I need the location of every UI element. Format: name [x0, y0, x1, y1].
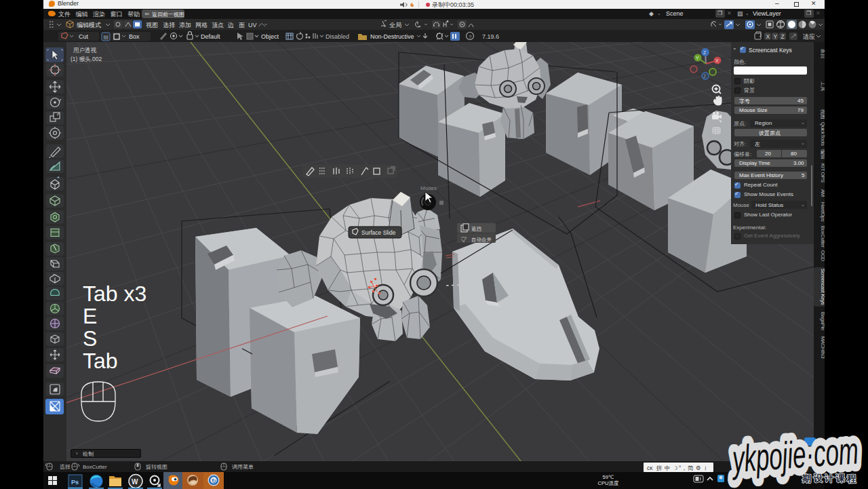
svg-text:适应: 适应 — [803, 33, 815, 40]
svg-text:Z: Z — [703, 50, 707, 55]
svg-text:Non-Destructive: Non-Destructive — [370, 33, 414, 40]
svg-text:Y: Y — [696, 56, 699, 60]
svg-text:AM: AM — [820, 189, 825, 197]
svg-text:Modes: Modes — [420, 185, 437, 191]
svg-text:ykpojie·com: ykpojie·com — [729, 429, 859, 480]
svg-text:QuickTools: QuickTools — [820, 122, 825, 146]
svg-text:旋转视图: 旋转视图 — [146, 464, 167, 470]
svg-text:Cut: Cut — [79, 33, 89, 40]
svg-text:UV: UV — [248, 22, 257, 28]
svg-text:Screencast Keys: Screencast Keys — [820, 269, 825, 305]
svg-text:(1) 猴头.002: (1) 猴头.002 — [71, 56, 102, 62]
svg-text:BoxCutter: BoxCutter — [83, 464, 107, 470]
svg-text:视图: 视图 — [146, 22, 158, 28]
svg-text:X: X — [766, 33, 770, 40]
svg-text:Box: Box — [129, 33, 140, 40]
svg-text:编辑: 编辑 — [820, 149, 825, 159]
svg-text:X: X — [715, 58, 719, 63]
svg-text:BoxCutter: BoxCutter — [820, 226, 825, 248]
svg-text:E: E — [83, 304, 97, 328]
svg-text:面: 面 — [239, 22, 245, 28]
svg-text:Tab: Tab — [83, 349, 118, 373]
svg-text:选择: 选择 — [163, 22, 175, 28]
svg-text:Default: Default — [201, 33, 220, 40]
svg-text:Surface Slide: Surface Slide — [361, 229, 396, 236]
svg-text:MACHIN3: MACHIN3 — [820, 336, 825, 358]
svg-text:顶点: 顶点 — [212, 22, 224, 28]
svg-text:Z: Z — [781, 33, 785, 40]
svg-text:Ps: Ps — [71, 479, 79, 486]
svg-text:↻: ↻ — [212, 478, 216, 484]
svg-text:网格: 网格 — [195, 22, 208, 28]
svg-text:视图: 视图 — [820, 109, 825, 119]
svg-text:Y: Y — [774, 33, 778, 40]
svg-text:编辑模式: 编辑模式 — [77, 22, 101, 28]
svg-text:HardOps: HardOps — [820, 202, 825, 222]
svg-text:遮挡: 遮挡 — [471, 226, 481, 232]
svg-text:全局: 全局 — [389, 22, 401, 28]
svg-text:添加: 添加 — [179, 22, 191, 28]
svg-text:S: S — [83, 326, 97, 351]
svg-text:边: 边 — [228, 22, 234, 28]
svg-text:工具: 工具 — [820, 81, 825, 92]
svg-text:OCD: OCD — [820, 250, 825, 262]
svg-text:7.19.6: 7.19.6 — [482, 33, 499, 40]
svg-text:BagaPie: BagaPie — [820, 312, 825, 330]
svg-text:Z: Z — [703, 74, 707, 79]
svg-text:?: ? — [469, 34, 472, 40]
svg-text:KIT OPS: KIT OPS — [820, 163, 825, 182]
svg-text:期设计课程: 期设计课程 — [802, 473, 859, 484]
svg-text:59℃: 59℃ — [603, 474, 614, 480]
svg-text:自动合并: 自动合并 — [471, 237, 492, 243]
svg-text:调用菜单: 调用菜单 — [232, 464, 254, 470]
svg-text:选择: 选择 — [60, 464, 71, 470]
svg-text:W: W — [132, 478, 138, 486]
svg-text:CPU温度: CPU温度 — [598, 480, 619, 486]
svg-text:▤: ▤ — [104, 34, 109, 40]
svg-text:用户透视: 用户透视 — [73, 47, 97, 54]
svg-text:Disabled: Disabled — [326, 33, 349, 40]
svg-text:Object: Object — [261, 33, 279, 40]
svg-text:Tab x3: Tab x3 — [83, 281, 146, 306]
svg-text:条目: 条目 — [820, 49, 825, 59]
